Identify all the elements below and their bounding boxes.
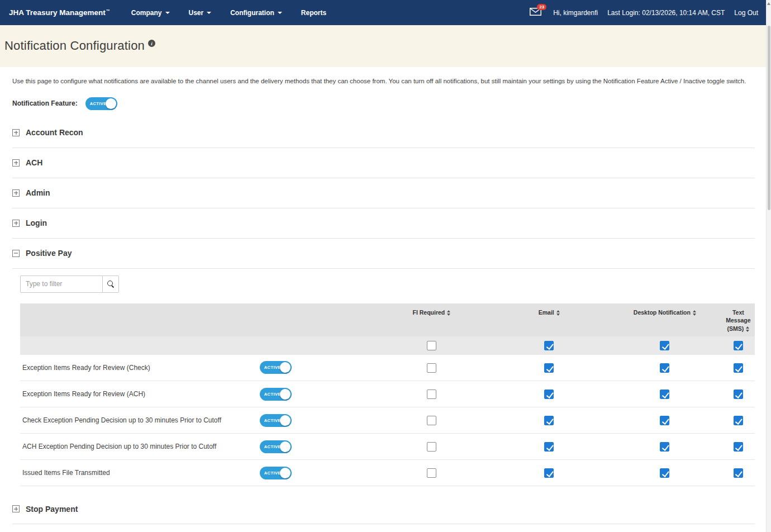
filter-input[interactable]	[20, 276, 103, 293]
column-header-text-message[interactable]: Text Message (SMS)	[722, 303, 755, 336]
toggle-state-label: ACTIVE	[264, 418, 281, 423]
info-icon[interactable]: i	[148, 40, 155, 47]
expand-plus-icon	[12, 159, 20, 167]
row-active-toggle[interactable]: ACTIVE	[260, 467, 292, 479]
nav-reports[interactable]: Reports	[301, 9, 326, 17]
select-all-email-checkbox[interactable]	[544, 341, 554, 350]
section-label: ACH	[26, 158, 42, 167]
row-active-toggle[interactable]: ACTIVE	[260, 414, 292, 427]
table-row: Check Exception Pending Decision up to 3…	[20, 407, 755, 434]
column-header-desktop-notification[interactable]: Desktop Notification	[608, 303, 722, 336]
page: JHA Treasury Management™ Company User Co…	[0, 0, 766, 532]
notification-name: Issued Items File Transmitted	[20, 460, 255, 486]
nav-configuration[interactable]: Configuration	[230, 9, 282, 17]
nav-user-label: User	[189, 9, 204, 17]
text-message-checkbox[interactable]	[734, 468, 743, 478]
toggle-state-label: ACTIVE	[264, 471, 281, 476]
section-label: Login	[26, 218, 47, 227]
desktop-notification-checkbox[interactable]	[660, 390, 669, 399]
fi-required-checkbox[interactable]	[427, 442, 436, 452]
filter-search-button[interactable]	[103, 276, 119, 293]
section-stop-payment[interactable]: Stop Payment	[12, 494, 755, 524]
desktop-notification-checkbox[interactable]	[660, 363, 669, 373]
expand-plus-icon	[12, 505, 20, 512]
row-active-toggle[interactable]: ACTIVE	[260, 361, 292, 374]
column-header-toggle	[255, 303, 373, 336]
chevron-down-icon	[278, 12, 282, 14]
column-header-name	[20, 303, 255, 336]
fi-required-checkbox[interactable]	[427, 416, 436, 425]
search-icon	[107, 281, 115, 288]
email-checkbox[interactable]	[544, 416, 554, 425]
notification-name: Exception Items Ready for Review (ACH)	[20, 381, 255, 407]
nav-user[interactable]: User	[189, 9, 212, 17]
section-ach[interactable]: ACH	[12, 148, 755, 178]
toggle-state-label: ACTIVE	[90, 101, 107, 106]
column-label: Email	[539, 309, 554, 316]
text-message-checkbox[interactable]	[734, 442, 743, 452]
notification-feature-toggle[interactable]: ACTIVE	[85, 97, 117, 110]
brand-logo[interactable]: JHA Treasury Management™	[9, 8, 110, 17]
fi-required-checkbox[interactable]	[427, 390, 436, 399]
sort-icon	[556, 310, 560, 316]
main-nav: Company User Configuration Reports	[131, 9, 326, 17]
chevron-down-icon	[207, 12, 211, 14]
positive-pay-table: FI Required Email Desktop Notification T…	[20, 303, 755, 487]
toggle-knob	[280, 362, 291, 373]
scroll-up-arrow-icon[interactable]	[767, 2, 770, 5]
message-count-badge: 23	[537, 4, 546, 10]
toggle-knob	[280, 441, 291, 452]
section-label: Account Recon	[26, 128, 83, 137]
top-navbar: JHA Treasury Management™ Company User Co…	[0, 0, 766, 25]
desktop-notification-checkbox[interactable]	[660, 468, 669, 478]
toggle-knob	[280, 468, 291, 478]
section-admin[interactable]: Admin	[12, 178, 755, 208]
toggle-knob	[106, 98, 116, 109]
scrollbar[interactable]	[766, 0, 771, 532]
row-active-toggle[interactable]: ACTIVE	[260, 440, 292, 453]
email-checkbox[interactable]	[544, 363, 554, 373]
section-positive-pay[interactable]: Positive Pay	[12, 239, 755, 269]
desktop-notification-checkbox[interactable]	[660, 442, 669, 452]
table-header-row: FI Required Email Desktop Notification T…	[20, 303, 755, 336]
notification-name: Exception Items Ready for Review (Check)	[20, 355, 255, 381]
column-header-email[interactable]: Email	[491, 303, 608, 336]
sort-icon	[746, 326, 749, 332]
expand-plus-icon	[12, 220, 20, 227]
text-message-checkbox[interactable]	[734, 363, 743, 373]
notification-feature-label: Notification Feature:	[12, 99, 78, 107]
page-header: Notification Configuration i	[0, 25, 766, 67]
section-account-recon[interactable]: Account Recon	[12, 118, 755, 148]
scrollbar-thumb[interactable]	[768, 26, 770, 210]
email-checkbox[interactable]	[544, 442, 554, 452]
section-login[interactable]: Login	[12, 208, 755, 239]
text-message-checkbox[interactable]	[734, 416, 743, 425]
text-message-checkbox[interactable]	[734, 390, 743, 399]
fi-required-checkbox[interactable]	[427, 363, 436, 373]
logout-link[interactable]: Log Out	[734, 9, 758, 17]
nav-company-label: Company	[131, 9, 162, 17]
select-all-text-message-checkbox[interactable]	[734, 341, 743, 350]
section-label: Stop Payment	[26, 505, 78, 514]
nav-company[interactable]: Company	[131, 9, 170, 17]
navbar-right: 23 Hi, kimgardenfi Last Login: 02/13/202…	[530, 8, 758, 17]
user-greeting[interactable]: Hi, kimgardenfi	[553, 9, 598, 17]
expand-plus-icon	[12, 189, 20, 197]
toggle-knob	[280, 415, 291, 426]
section-transfer-loan-payment[interactable]: Transfer/Loan Payment	[12, 524, 755, 532]
table-row: Issued Items File Transmitted ACTIVE	[20, 460, 755, 486]
messages-button[interactable]: 23	[530, 8, 541, 17]
row-active-toggle[interactable]: ACTIVE	[260, 388, 292, 401]
sort-icon	[693, 310, 696, 316]
last-login-text: Last Login: 02/13/2026, 10:14 AM, CST	[607, 9, 725, 17]
select-all-fi-required-checkbox[interactable]	[427, 341, 436, 350]
email-checkbox[interactable]	[544, 390, 554, 399]
email-checkbox[interactable]	[544, 468, 554, 478]
select-all-desktop-notification-checkbox[interactable]	[660, 341, 669, 350]
trademark-mark: ™	[106, 9, 110, 13]
chevron-down-icon	[165, 12, 170, 14]
column-header-fi-required[interactable]: FI Required	[373, 303, 490, 336]
fi-required-checkbox[interactable]	[427, 468, 436, 478]
nav-configuration-label: Configuration	[230, 9, 274, 17]
desktop-notification-checkbox[interactable]	[660, 416, 669, 425]
